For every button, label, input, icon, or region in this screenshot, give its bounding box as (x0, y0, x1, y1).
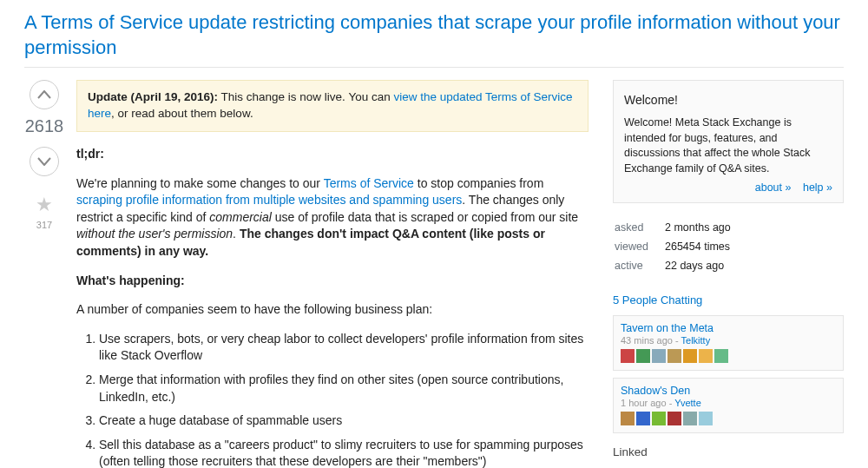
intro-paragraph: We're planning to make some changes to o… (76, 175, 589, 260)
vote-score: 2618 (25, 116, 64, 136)
favorite-count: 317 (36, 220, 52, 230)
chat-room: Shadow's Den1 hour ago - Yvette (613, 378, 844, 433)
active-label: active (615, 257, 663, 274)
avatar[interactable] (652, 412, 666, 425)
notice-prefix: Update (April 19, 2016): (88, 90, 218, 103)
vote-cell: 2618 ★ 317 (24, 80, 64, 468)
asked-value: 2 months ago (665, 219, 842, 236)
avatar[interactable] (667, 412, 681, 425)
list-item: Create a huge database of spammable user… (99, 412, 589, 430)
list-item: Sell this database as a "careers product… (99, 437, 589, 468)
avatar[interactable] (667, 349, 681, 363)
notice-text-b: , or read about them below. (111, 107, 253, 120)
chat-heading[interactable]: 5 People Chatting (613, 293, 844, 307)
avatar[interactable] (683, 349, 697, 363)
divider (24, 67, 844, 68)
chat-avatars (621, 349, 836, 363)
avatar[interactable] (636, 349, 650, 363)
chat-avatars (621, 412, 836, 425)
linked-heading: Linked (613, 445, 844, 458)
chat-room-link[interactable]: Shadow's Den (621, 385, 690, 397)
chat-room-meta: 1 hour ago - Yvette (621, 398, 836, 408)
business-plan-list: Use scrapers, bots, or very cheap labor … (99, 331, 589, 468)
caret-down-icon (37, 157, 51, 166)
welcome-text: Welcome! Meta Stack Exchange is intended… (624, 115, 832, 176)
caret-up-icon (37, 90, 51, 99)
chat-room: Tavern on the Meta43 mins ago - Telkitty (613, 315, 844, 371)
chat-user-link[interactable]: Telkitty (681, 335, 711, 346)
avatar[interactable] (699, 412, 713, 425)
chat-user-link[interactable]: Yvette (674, 398, 701, 408)
help-link[interactable]: help » (803, 181, 832, 194)
welcome-box: Welcome! Welcome! Meta Stack Exchange is… (613, 80, 844, 203)
list-item: Use scrapers, bots, or very cheap labor … (99, 331, 589, 365)
viewed-value: 265454 times (665, 238, 842, 255)
welcome-title: Welcome! (624, 93, 832, 107)
avatar[interactable] (621, 412, 635, 425)
question-title[interactable]: A Terms of Service update restricting co… (24, 10, 844, 60)
notice-text-a: This change is now live. You can (218, 90, 393, 103)
post-body: Update (April 19, 2016): This change is … (76, 80, 589, 468)
avatar[interactable] (621, 349, 635, 363)
avatar[interactable] (699, 349, 713, 363)
tos-link[interactable]: Terms of Service (324, 176, 414, 190)
avatar[interactable] (683, 412, 697, 425)
downvote-button[interactable] (30, 147, 59, 176)
upvote-button[interactable] (30, 80, 59, 109)
scraping-link[interactable]: scraping profile information from multip… (76, 193, 462, 207)
update-notice: Update (April 19, 2016): This change is … (76, 80, 589, 132)
question-stats: asked2 months ago viewed265454 times act… (613, 217, 844, 276)
avatar[interactable] (652, 349, 666, 363)
biz-plan-intro: A number of companies seem to have the f… (76, 301, 589, 319)
favorite-star-icon[interactable]: ★ (36, 195, 53, 214)
about-link[interactable]: about » (755, 181, 792, 194)
viewed-label: viewed (615, 238, 663, 255)
tldr-label: tl;dr: (76, 147, 104, 161)
list-item: Merge that information with profiles the… (99, 372, 589, 405)
heading-whats-happening: What's happening: (76, 274, 185, 287)
asked-label: asked (615, 219, 663, 236)
avatar[interactable] (714, 349, 728, 363)
avatar[interactable] (636, 412, 650, 425)
chat-room-meta: 43 mins ago - Telkitty (621, 335, 836, 346)
chat-room-link[interactable]: Tavern on the Meta (621, 322, 713, 334)
sidebar: Welcome! Welcome! Meta Stack Exchange is… (613, 80, 844, 468)
active-value: 22 days ago (665, 257, 842, 274)
